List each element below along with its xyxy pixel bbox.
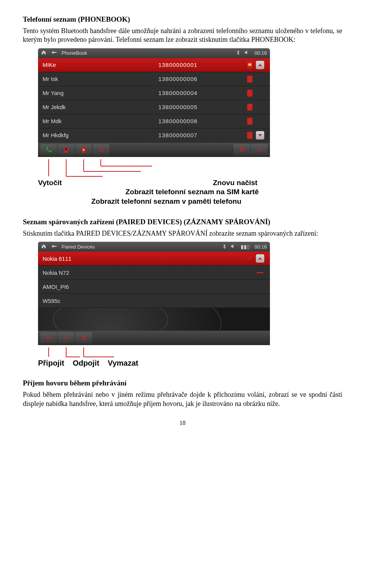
pinyin-button[interactable]: 拼: [251, 144, 268, 155]
heading-phonebook: Telefonní seznam (PHONEBOOK): [23, 15, 342, 24]
phonebook-title: PhoneBook: [62, 50, 87, 56]
paired-row[interactable]: Nokia 6111: [38, 252, 270, 266]
paired-row[interactable]: AMOI_PI6: [38, 280, 270, 294]
paired-background: [38, 308, 270, 331]
paired-clock: 00:16: [254, 244, 267, 250]
callout-disconnect: Odpojit: [73, 359, 99, 367]
contact-number: 13800000005: [111, 104, 245, 110]
connect-button[interactable]: [40, 332, 57, 344]
paired-statusbar: Paired Devices ▮▮▯ 00:16: [38, 242, 270, 252]
paired-name: Nokia N72: [43, 269, 245, 276]
paired-title: Paired Devices: [62, 244, 95, 250]
svg-rect-2: [83, 149, 85, 151]
volume-icon: [244, 50, 250, 56]
storage-icon: [245, 118, 255, 125]
svg-rect-1: [65, 148, 67, 151]
contact-name: Mr Yang: [43, 90, 111, 96]
signal-icon: ▮▮▯: [241, 244, 250, 250]
phonebook-toolbar: A 拼: [38, 143, 270, 157]
callout-reload: Znovu načíst: [213, 178, 342, 188]
contact-row[interactable]: Mr Hkdkfg13800000007: [38, 128, 270, 143]
phonebook-device: PhoneBook 00:16 MIKe13800000001Mr Isk138…: [38, 48, 270, 157]
contact-row[interactable]: Mr Isk13800000006: [38, 72, 270, 86]
contact-number: 13800000008: [111, 118, 245, 124]
letter-a-button[interactable]: A: [233, 144, 250, 155]
scroll-up-icon[interactable]: [255, 254, 265, 263]
callout-phone-memory: Zobrazit telefonní seznam v paměti telef…: [38, 197, 342, 206]
callout-connect: Připojit: [38, 359, 64, 367]
storage-icon: [245, 132, 255, 139]
contact-number: 13800000004: [111, 90, 245, 96]
volume-icon: [231, 244, 236, 250]
paired-row[interactable]: W595c: [38, 294, 270, 308]
contact-name: Mr Mdk: [43, 118, 111, 124]
phonebook-callouts: Vytočit Znovu načíst Zobrazit telefonní …: [38, 178, 342, 206]
contact-name: Mr Isk: [43, 76, 111, 82]
phonebook-statusbar: PhoneBook 00:16: [38, 48, 270, 58]
scroll-drag-icon[interactable]: [255, 272, 265, 273]
paired-toolbar: [38, 331, 270, 345]
contact-row[interactable]: MIKe13800000001: [38, 58, 270, 72]
disconnect-button[interactable]: [58, 332, 75, 344]
paired-leaders: [38, 347, 270, 359]
phonebook-clock: 00:16: [254, 50, 267, 56]
dial-button[interactable]: [40, 144, 57, 155]
sim-memory-button[interactable]: [75, 144, 92, 155]
svg-rect-15: [65, 338, 65, 338]
contact-name: Mr Hkdkfg: [43, 132, 111, 138]
contact-name: Mr Jekdk: [43, 104, 111, 110]
bluetooth-icon: [236, 50, 240, 56]
paired-callouts: Připojit Odpojit Vymazat: [38, 359, 342, 368]
contact-number: 13800000006: [111, 76, 245, 82]
contact-number: 13800000001: [111, 62, 245, 68]
storage-icon: [245, 76, 255, 82]
heading-paired: Seznam spárovaných zařízení (PAIRED DEVI…: [23, 218, 342, 226]
delete-button[interactable]: [75, 332, 92, 344]
svg-rect-12: [47, 338, 50, 338]
home-icon[interactable]: [41, 244, 46, 250]
phonebook-leaders: [38, 159, 270, 178]
para-paired: Stisknutím tlačítka PAIRED DEVICES/ZÁZNA…: [23, 229, 342, 238]
scroll-up-icon[interactable]: [255, 61, 265, 69]
callout-delete: Vymazat: [108, 359, 138, 367]
paired-device: Paired Devices ▮▮▯ 00:16 Nokia 6111Nokia…: [38, 242, 270, 345]
callout-sim: Zobrazit telefonní seznam na SIM kartě: [38, 187, 342, 197]
para-phonebook: Tento systém Bluetooth handsfree dále um…: [23, 27, 342, 44]
contact-row[interactable]: Mr Jekdk13800000005: [38, 100, 270, 114]
reload-button[interactable]: [93, 144, 110, 155]
callout-dial: Vytočit: [38, 178, 61, 188]
paired-name: W595c: [43, 298, 245, 304]
paired-name: Nokia 6111: [43, 255, 245, 262]
contact-number: 13800000007: [111, 132, 245, 138]
storage-icon: [245, 104, 255, 111]
page-number: 18: [23, 420, 342, 426]
home-icon[interactable]: [41, 50, 46, 56]
contact-row[interactable]: Mr Mdk13800000008: [38, 114, 270, 128]
paired-name: AMOI_PI6: [43, 284, 245, 290]
svg-rect-16: [67, 338, 68, 338]
para-incoming: Pokud během přehrávání nebo v jiném reži…: [23, 390, 342, 408]
contact-name: MIKe: [43, 62, 111, 68]
check-icon: [245, 256, 255, 261]
bluetooth-icon: [222, 244, 226, 250]
heading-incoming: Příjem hovoru během přehrávání: [23, 379, 342, 387]
paired-row[interactable]: Nokia N72: [38, 266, 270, 280]
contact-row[interactable]: Mr Yang13800000004: [38, 86, 270, 100]
scroll-blank-icon[interactable]: [255, 131, 265, 139]
back-icon[interactable]: [51, 244, 57, 250]
back-icon[interactable]: [51, 50, 57, 56]
storage-icon: [245, 62, 255, 68]
phone-memory-button[interactable]: [58, 144, 75, 155]
storage-icon: [245, 90, 255, 97]
